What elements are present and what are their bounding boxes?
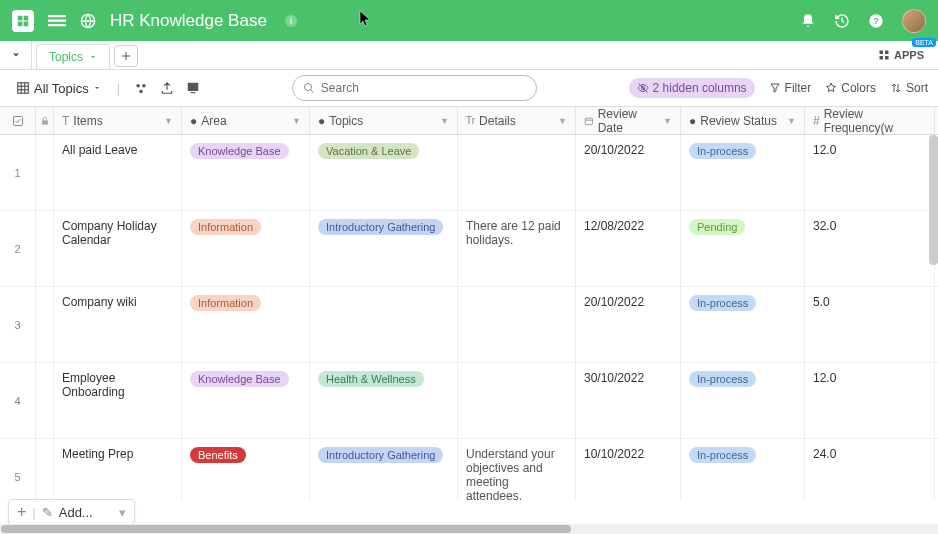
area-tag: Information: [190, 219, 261, 235]
cell-details[interactable]: Understand your objectives and meeting a…: [458, 439, 576, 500]
svg-rect-7: [885, 51, 889, 55]
globe-icon[interactable]: [80, 13, 96, 29]
sidebar-collapse-button[interactable]: [0, 41, 32, 69]
cell-status[interactable]: In-process: [681, 135, 805, 210]
col-topics[interactable]: ●Topics▼: [310, 107, 458, 134]
cell-items[interactable]: Company Holiday Calendar: [54, 211, 182, 286]
cell-status[interactable]: In-process: [681, 439, 805, 500]
add-tab-button[interactable]: [114, 45, 138, 67]
history-icon[interactable]: [834, 13, 850, 29]
hidden-columns-button[interactable]: 2 hidden columns: [629, 78, 755, 98]
svg-rect-26: [585, 118, 592, 124]
col-details[interactable]: TrDetails▼: [458, 107, 576, 134]
row-number: 1: [0, 135, 36, 210]
checkbox-icon: [12, 115, 24, 127]
col-checkbox[interactable]: [0, 107, 36, 134]
table-row[interactable]: 2Company Holiday CalendarInformationIntr…: [0, 211, 938, 287]
bell-icon[interactable]: [800, 13, 816, 29]
svg-point-15: [136, 84, 140, 88]
cell-area[interactable]: Knowledge Base: [182, 363, 310, 438]
table-row[interactable]: 4Employee OnboardingKnowledge BaseHealth…: [0, 363, 938, 439]
scrollbar-thumb[interactable]: [1, 525, 571, 533]
chevron-down-icon: [89, 53, 97, 61]
table-row[interactable]: 1All paid LeaveKnowledge BaseVacation & …: [0, 135, 938, 211]
share-icon[interactable]: [134, 81, 148, 95]
topic-tag: Introductory Gathering: [318, 447, 443, 463]
cell-items[interactable]: Employee Onboarding: [54, 363, 182, 438]
table-icon: [16, 81, 30, 95]
cell-status[interactable]: In-process: [681, 287, 805, 362]
cell-frequency[interactable]: 5.0: [805, 287, 935, 362]
cell-frequency[interactable]: 32.0: [805, 211, 935, 286]
cell-area[interactable]: Benefits: [182, 439, 310, 500]
status-tag: In-process: [689, 371, 756, 387]
app-logo[interactable]: [12, 10, 34, 32]
layout-icon[interactable]: [186, 81, 200, 95]
user-avatar[interactable]: [902, 9, 926, 33]
cell-review-date[interactable]: 30/10/2022: [576, 363, 681, 438]
cell-frequency[interactable]: 12.0: [805, 363, 935, 438]
table-row[interactable]: 3Company wikiInformation20/10/2022In-pro…: [0, 287, 938, 363]
header-right: ?: [800, 9, 926, 33]
add-row-button[interactable]: + | ✎ Add... ▾: [8, 499, 135, 525]
vertical-scrollbar[interactable]: [929, 135, 938, 265]
col-review-status[interactable]: ●Review Status▼: [681, 107, 805, 134]
col-review-frequency[interactable]: #Review Frequency(w: [805, 107, 935, 134]
col-lock[interactable]: [36, 107, 54, 134]
search-input[interactable]: [321, 81, 526, 95]
colors-button[interactable]: Colors: [825, 81, 876, 95]
info-icon[interactable]: i: [285, 15, 297, 27]
cell-area[interactable]: Knowledge Base: [182, 135, 310, 210]
tag-type-icon: ●: [689, 114, 696, 128]
col-area[interactable]: ●Area▼: [182, 107, 310, 134]
status-tag: Pending: [689, 219, 745, 235]
cell-details[interactable]: [458, 287, 576, 362]
svg-point-16: [142, 84, 146, 88]
header-left: HR Knowledge Base i: [12, 10, 297, 32]
cell-review-date[interactable]: 10/10/2022: [576, 439, 681, 500]
svg-rect-18: [188, 83, 199, 91]
cell-topics[interactable]: [310, 287, 458, 362]
cell-frequency[interactable]: 24.0: [805, 439, 935, 500]
tab-topics[interactable]: Topics: [36, 44, 110, 69]
cell-review-date[interactable]: 20/10/2022: [576, 287, 681, 362]
table-row[interactable]: 5Meeting PrepBenefitsIntroductory Gather…: [0, 439, 938, 500]
data-rows: 1All paid LeaveKnowledge BaseVacation & …: [0, 135, 938, 500]
cell-topics[interactable]: Health & Wellness: [310, 363, 458, 438]
view-selector[interactable]: All Topics: [10, 78, 107, 99]
cell-topics[interactable]: Introductory Gathering: [310, 439, 458, 500]
cell-status[interactable]: Pending: [681, 211, 805, 286]
cell-review-date[interactable]: 20/10/2022: [576, 135, 681, 210]
col-items[interactable]: TItems▼: [54, 107, 182, 134]
cell-status[interactable]: In-process: [681, 363, 805, 438]
cell-details[interactable]: [458, 135, 576, 210]
cell-topics[interactable]: Vacation & Leave: [310, 135, 458, 210]
beta-badge: BETA: [912, 38, 936, 47]
cell-area[interactable]: Information: [182, 287, 310, 362]
cell-topics[interactable]: Introductory Gathering: [310, 211, 458, 286]
row-number: 3: [0, 287, 36, 362]
sort-button[interactable]: Sort: [890, 81, 928, 95]
lock-icon: [40, 116, 50, 126]
hamburger-icon[interactable]: [48, 12, 66, 30]
cell-area[interactable]: Information: [182, 211, 310, 286]
logo-icon: [16, 14, 30, 28]
cell-items[interactable]: All paid Leave: [54, 135, 182, 210]
col-review-date[interactable]: Review Date▼: [576, 107, 681, 134]
cell-frequency[interactable]: 12.0: [805, 135, 935, 210]
help-icon[interactable]: ?: [868, 13, 884, 29]
row-lock-cell: [36, 211, 54, 286]
cell-items[interactable]: Company wiki: [54, 287, 182, 362]
cell-details[interactable]: There are 12 paid holidays.: [458, 211, 576, 286]
filter-button[interactable]: Filter: [769, 81, 812, 95]
cell-items[interactable]: Meeting Prep: [54, 439, 182, 500]
export-icon[interactable]: [160, 81, 174, 95]
row-lock-cell: [36, 363, 54, 438]
search-box[interactable]: [292, 75, 537, 101]
cell-details[interactable]: [458, 363, 576, 438]
cell-review-date[interactable]: 12/08/2022: [576, 211, 681, 286]
footer-bar: + | ✎ Add... ▾: [0, 500, 938, 524]
chevron-down-icon: ▼: [558, 116, 567, 126]
horizontal-scrollbar[interactable]: [0, 524, 938, 534]
app-header: HR Knowledge Base i ?: [0, 0, 938, 41]
